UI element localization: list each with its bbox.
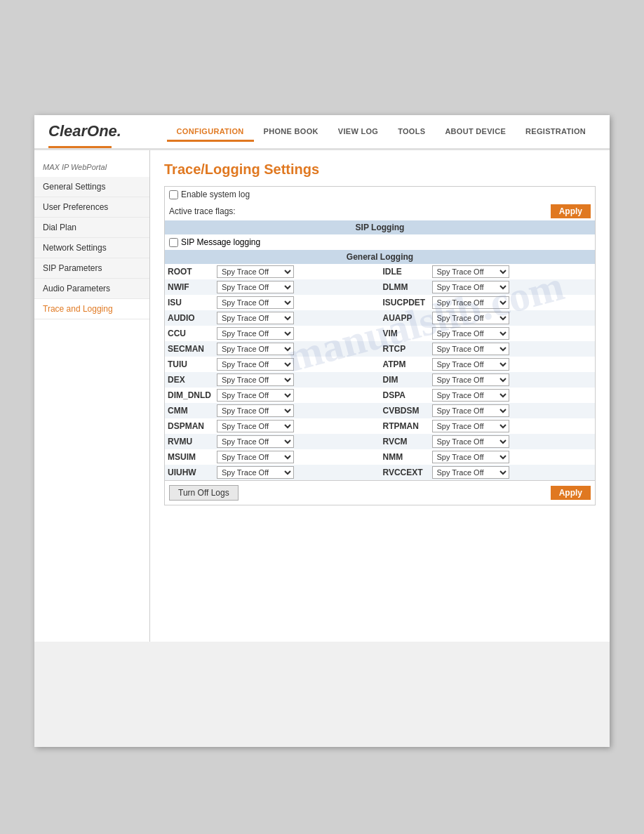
log-right-select-cell: Spy Trace OffSpy TraceTraceSpy Trace Off xyxy=(429,310,596,326)
log-left-select[interactable]: Spy Trace OffSpy TraceTraceSpy Trace Off xyxy=(217,420,294,432)
nav-phonebook[interactable]: PHONE BOOK xyxy=(254,123,328,140)
enable-system-log-checkbox[interactable] xyxy=(169,190,178,199)
log-right-select-cell: Spy Trace OffSpy TraceTraceSpy Trace Off xyxy=(429,403,596,418)
system-log-row: Enable system log xyxy=(165,187,595,202)
nav-viewlog[interactable]: VIEW LOG xyxy=(328,123,388,140)
log-right-select-cell: Spy Trace OffSpy TraceTraceSpy Trace Off xyxy=(429,388,596,403)
log-table-row: SECMANSpy Trace OffSpy TraceTraceSpy Tra… xyxy=(165,341,595,357)
log-left-label: CCU xyxy=(165,326,214,341)
log-left-label: ROOT xyxy=(165,264,214,279)
active-trace-row: Active trace flags: Apply xyxy=(165,202,595,220)
log-left-select[interactable]: Spy Trace OffSpy TraceTraceSpy Trace Off xyxy=(217,451,294,463)
log-right-select[interactable]: Spy Trace OffSpy TraceTraceSpy Trace Off xyxy=(432,466,509,479)
log-table-row: AUDIOSpy Trace OffSpy TraceTraceSpy Trac… xyxy=(165,310,595,326)
log-right-select-cell: Spy Trace OffSpy TraceTraceSpy Trace Off xyxy=(429,418,596,434)
log-right-select[interactable]: Spy Trace OffSpy TraceTraceSpy Trace Off xyxy=(432,358,509,371)
apply-button-top[interactable]: Apply xyxy=(551,204,591,218)
log-right-label: DLMM xyxy=(380,279,429,295)
sidebar-item-audio-parameters[interactable]: Audio Parameters xyxy=(34,279,149,299)
nav-bar: CONFIGURATION PHONE BOOK VIEW LOG TOOLS … xyxy=(167,123,596,140)
log-right-select[interactable]: Spy Trace OffSpy TraceTraceSpy Trace Off xyxy=(432,389,509,402)
sidebar-item-trace-logging[interactable]: Trace and Logging xyxy=(34,299,149,319)
log-right-select[interactable]: Spy Trace OffSpy TraceTraceSpy Trace Off xyxy=(432,312,509,324)
log-right-select[interactable]: Spy Trace OffSpy TraceTraceSpy Trace Off xyxy=(432,373,509,386)
log-left-select[interactable]: Spy Trace OffSpy TraceTraceSpy Trace Off xyxy=(217,327,294,340)
log-right-label: IDLE xyxy=(380,264,429,279)
log-left-select-cell: Spy Trace OffSpy TraceTraceSpy Trace Off xyxy=(214,388,380,403)
log-table-row: TUIUSpy Trace OffSpy TraceTraceSpy Trace… xyxy=(165,357,595,372)
turn-off-logs-button[interactable]: Turn Off Logs xyxy=(169,485,239,501)
sidebar-item-network-settings[interactable]: Network Settings xyxy=(34,238,149,258)
log-left-select-cell: Spy Trace OffSpy TraceTraceSpy Trace Off xyxy=(214,310,380,326)
log-table-row: NWIFSpy Trace OffSpy TraceTraceSpy Trace… xyxy=(165,279,595,295)
sidebar-item-sip-parameters[interactable]: SIP Parameters xyxy=(34,258,149,279)
log-table-row: ROOTSpy Trace OffSpy TraceTraceSpy Trace… xyxy=(165,264,595,279)
enable-system-log-text: Enable system log xyxy=(181,190,250,199)
log-right-select[interactable]: Spy Trace OffSpy TraceTraceSpy Trace Off xyxy=(432,420,509,432)
log-left-select-cell: Spy Trace OffSpy TraceTraceSpy Trace Off xyxy=(214,279,380,295)
log-left-select-cell: Spy Trace OffSpy TraceTraceSpy Trace Off xyxy=(214,449,380,465)
log-left-select[interactable]: Spy Trace OffSpy TraceTraceSpy Trace Off xyxy=(217,404,294,417)
log-left-select[interactable]: Spy Trace OffSpy TraceTraceSpy Trace Off xyxy=(217,389,294,402)
enable-system-log-label[interactable]: Enable system log xyxy=(169,190,250,199)
log-left-select[interactable]: Spy Trace OffSpy TraceTraceSpy Trace Off xyxy=(217,373,294,386)
log-table-row: DSPMANSpy Trace OffSpy TraceTraceSpy Tra… xyxy=(165,418,595,434)
portal-label: MAX IP WebPortal xyxy=(34,157,149,177)
active-trace-label: Active trace flags: xyxy=(169,206,236,216)
sidebar-item-dial-plan[interactable]: Dial Plan xyxy=(34,218,149,238)
settings-section: Enable system log Active trace flags: Ap… xyxy=(164,186,596,505)
log-right-select[interactable]: Spy Trace OffSpy TraceTraceSpy Trace Off xyxy=(432,435,509,448)
log-right-select[interactable]: Spy Trace OffSpy TraceTraceSpy Trace Off xyxy=(432,404,509,417)
log-left-label: CMM xyxy=(165,403,214,418)
sidebar-item-general-settings[interactable]: General Settings xyxy=(34,177,149,197)
nav-aboutdevice[interactable]: ABOUT DEVICE xyxy=(435,123,516,140)
log-left-select[interactable]: Spy Trace OffSpy TraceTraceSpy Trace Off xyxy=(217,435,294,448)
log-right-select[interactable]: Spy Trace OffSpy TraceTraceSpy Trace Off xyxy=(432,281,509,293)
log-right-select-cell: Spy Trace OffSpy TraceTraceSpy Trace Off xyxy=(429,372,596,388)
log-table-row: ISUSpy Trace OffSpy TraceTraceSpy Trace … xyxy=(165,295,595,310)
log-left-select[interactable]: Spy Trace OffSpy TraceTraceSpy Trace Off xyxy=(217,312,294,324)
sip-message-logging-label[interactable]: SIP Message logging xyxy=(169,237,591,247)
log-right-select[interactable]: Spy Trace OffSpy TraceTraceSpy Trace Off xyxy=(432,296,509,309)
log-left-select-cell: Spy Trace OffSpy TraceTraceSpy Trace Off xyxy=(214,372,380,388)
sip-message-logging-checkbox[interactable] xyxy=(169,238,178,247)
log-right-label: ATPM xyxy=(380,357,429,372)
log-left-label: DIM_DNLD xyxy=(165,388,214,403)
log-left-select[interactable]: Spy Trace OffSpy TraceTraceSpy Trace Off xyxy=(217,343,294,355)
log-left-select[interactable]: Spy Trace OffSpy TraceTraceSpy Trace Off xyxy=(217,358,294,371)
log-left-label: MSUIM xyxy=(165,449,214,465)
log-table-row: DEXSpy Trace OffSpy TraceTraceSpy Trace … xyxy=(165,372,595,388)
log-left-select-cell: Spy Trace OffSpy TraceTraceSpy Trace Off xyxy=(214,465,380,480)
log-table-row: RVMUSpy Trace OffSpy TraceTraceSpy Trace… xyxy=(165,434,595,449)
log-left-select[interactable]: Spy Trace OffSpy TraceTraceSpy Trace Off xyxy=(217,281,294,293)
sip-logging-header: SIP Logging xyxy=(165,220,595,234)
nav-active-indicator xyxy=(48,146,112,148)
log-right-select-cell: Spy Trace OffSpy TraceTraceSpy Trace Off xyxy=(429,341,596,357)
log-left-label: TUIU xyxy=(165,357,214,372)
sidebar-item-user-preferences[interactable]: User Preferences xyxy=(34,197,149,218)
log-table-row: CMMSpy Trace OffSpy TraceTraceSpy Trace … xyxy=(165,403,595,418)
log-right-label: NMM xyxy=(380,449,429,465)
apply-button-bottom[interactable]: Apply xyxy=(551,486,591,500)
log-right-label: RVCM xyxy=(380,434,429,449)
nav-registration[interactable]: REGISTRATION xyxy=(516,123,596,140)
log-left-select[interactable]: Spy Trace OffSpy TraceTraceSpy Trace Off xyxy=(217,265,294,278)
log-left-select-cell: Spy Trace OffSpy TraceTraceSpy Trace Off xyxy=(214,264,380,279)
log-left-label: NWIF xyxy=(165,279,214,295)
log-right-select[interactable]: Spy Trace OffSpy TraceTraceSpy Trace Off xyxy=(432,343,509,355)
log-left-label: SECMAN xyxy=(165,341,214,357)
log-left-select-cell: Spy Trace OffSpy TraceTraceSpy Trace Off xyxy=(214,326,380,341)
log-left-select-cell: Spy Trace OffSpy TraceTraceSpy Trace Off xyxy=(214,341,380,357)
log-right-select-cell: Spy Trace OffSpy TraceTraceSpy Trace Off xyxy=(429,326,596,341)
log-left-select[interactable]: Spy Trace OffSpy TraceTraceSpy Trace Off xyxy=(217,466,294,479)
log-right-select[interactable]: Spy Trace OffSpy TraceTraceSpy Trace Off xyxy=(432,265,509,278)
log-left-select[interactable]: Spy Trace OffSpy TraceTraceSpy Trace Off xyxy=(217,296,294,309)
log-right-select[interactable]: Spy Trace OffSpy TraceTraceSpy Trace Off xyxy=(432,451,509,463)
log-left-label: DSPMAN xyxy=(165,418,214,434)
log-right-select[interactable]: Spy Trace OffSpy TraceTraceSpy Trace Off xyxy=(432,327,509,340)
log-left-label: UIUHW xyxy=(165,465,214,480)
nav-configuration[interactable]: CONFIGURATION xyxy=(167,123,254,142)
log-right-select-cell: Spy Trace OffSpy TraceTraceSpy Trace Off xyxy=(429,465,596,480)
sidebar: MAX IP WebPortal General Settings User P… xyxy=(34,150,150,642)
nav-tools[interactable]: TOOLS xyxy=(388,123,435,140)
